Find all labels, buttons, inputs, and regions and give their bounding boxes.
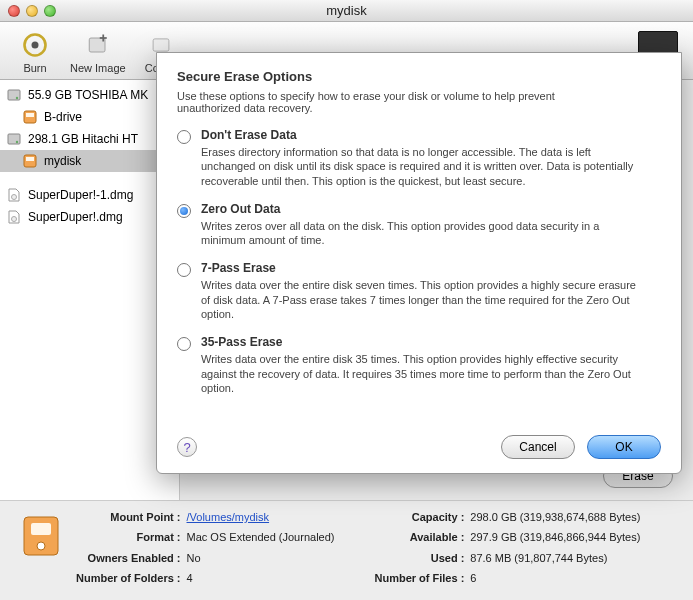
sidebar-item-label: SuperDuper!-1.dmg: [28, 188, 133, 202]
sidebar: 55.9 GB TOSHIBA MKB-drive298.1 GB Hitach…: [0, 80, 180, 500]
sidebar-item-label: 298.1 GB Hitachi HT: [28, 132, 138, 146]
dialog-title: Secure Erase Options: [177, 69, 661, 84]
dmg-icon: [6, 187, 22, 203]
new-image-icon: [81, 28, 115, 62]
format-label: Format :: [76, 531, 181, 549]
help-button[interactable]: ?: [177, 437, 197, 457]
volume-icon: [22, 153, 38, 169]
volume-icon: [22, 109, 38, 125]
dialog-subtitle: Use these options to specify how to eras…: [177, 90, 607, 114]
title-bar: mydisk: [0, 0, 693, 22]
radio-option-0[interactable]: [177, 130, 191, 144]
files-value: 6: [470, 572, 640, 590]
sidebar-item-label: mydisk: [44, 154, 81, 168]
available-label: Available :: [374, 531, 464, 549]
svg-rect-5: [153, 38, 169, 50]
option-label: Don't Erase Data: [201, 128, 641, 142]
folders-label: Number of Folders :: [76, 572, 181, 590]
used-label: Used :: [374, 552, 464, 570]
svg-point-11: [16, 141, 18, 143]
cancel-button[interactable]: Cancel: [501, 435, 575, 459]
sidebar-item-disk0[interactable]: 55.9 GB TOSHIBA MK: [0, 84, 179, 106]
files-label: Number of Files :: [374, 572, 464, 590]
owners-value: No: [187, 552, 335, 570]
radio-option-2[interactable]: [177, 263, 191, 277]
capacity-value: 298.0 GB (319,938,674,688 Bytes): [470, 511, 640, 529]
option-label: Zero Out Data: [201, 202, 641, 216]
option-description: Writes data over the entire disk 35 time…: [201, 352, 641, 395]
burn-icon: [18, 28, 52, 62]
sidebar-item-dmg2[interactable]: SuperDuper!.dmg: [0, 206, 179, 228]
svg-rect-13: [26, 157, 34, 161]
option-label: 7-Pass Erase: [201, 261, 641, 275]
mount-point-link[interactable]: /Volumes/mydisk: [187, 511, 270, 523]
info-footer: Mount Point : /Volumes/mydisk Format : M…: [0, 500, 693, 600]
svg-rect-6: [8, 90, 20, 100]
option-label: 35-Pass Erase: [201, 335, 641, 349]
disk-icon: [6, 131, 22, 147]
sidebar-item-disk1[interactable]: 298.1 GB Hitachi HT: [0, 128, 179, 150]
radio-option-1[interactable]: [177, 204, 191, 218]
format-value: Mac OS Extended (Journaled): [187, 531, 335, 549]
secure-erase-dialog: Secure Erase Options Use these options t…: [156, 52, 682, 474]
svg-point-7: [16, 97, 18, 99]
ok-button[interactable]: OK: [587, 435, 661, 459]
new-image-label: New Image: [70, 62, 126, 74]
folders-value: 4: [187, 572, 335, 590]
owners-label: Owners Enabled :: [76, 552, 181, 570]
volume-icon: [16, 511, 66, 561]
sidebar-item-label: B-drive: [44, 110, 82, 124]
svg-point-14: [12, 195, 17, 200]
svg-point-1: [32, 41, 39, 48]
capacity-label: Capacity :: [374, 511, 464, 529]
svg-rect-17: [31, 523, 51, 535]
new-image-button[interactable]: New Image: [70, 28, 126, 74]
sidebar-item-label: SuperDuper!.dmg: [28, 210, 123, 224]
dmg-icon: [6, 209, 22, 225]
window-title: mydisk: [0, 3, 693, 18]
available-value: 297.9 GB (319,846,866,944 Bytes): [470, 531, 640, 549]
option-description: Writes data over the entire disk seven t…: [201, 278, 641, 321]
option-description: Writes zeros over all data on the disk. …: [201, 219, 641, 248]
svg-rect-10: [8, 134, 20, 144]
svg-point-15: [12, 217, 17, 222]
option-description: Erases directory information so that dat…: [201, 145, 641, 188]
svg-point-18: [37, 542, 45, 550]
sidebar-item-mydisk[interactable]: mydisk: [0, 150, 179, 172]
svg-rect-9: [26, 113, 34, 117]
mount-point-label: Mount Point :: [76, 511, 181, 529]
burn-button[interactable]: Burn: [10, 28, 60, 74]
disk-icon: [6, 87, 22, 103]
used-value: 87.6 MB (91,807,744 Bytes): [470, 552, 640, 570]
sidebar-item-bdrive[interactable]: B-drive: [0, 106, 179, 128]
burn-label: Burn: [23, 62, 46, 74]
sidebar-item-dmg1[interactable]: SuperDuper!-1.dmg: [0, 184, 179, 206]
radio-option-3[interactable]: [177, 337, 191, 351]
sidebar-item-label: 55.9 GB TOSHIBA MK: [28, 88, 148, 102]
